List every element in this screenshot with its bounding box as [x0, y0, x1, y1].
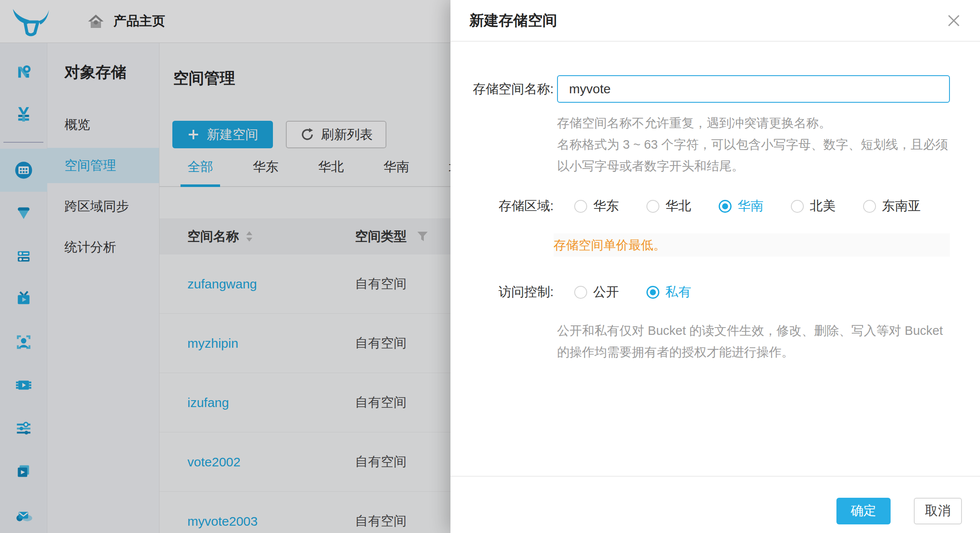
bucket-name-label: 存储空间名称:: [469, 80, 554, 98]
radio-icon: [791, 200, 804, 213]
app-window: 产品主页: [0, 0, 980, 533]
drawer-header: 新建存储空间: [450, 0, 980, 42]
access-option-public[interactable]: 公开: [574, 283, 619, 301]
region-label: 存储区域:: [469, 197, 554, 215]
radio-icon: [646, 200, 659, 213]
create-bucket-drawer: 新建存储空间 存储空间名称: 存储空间名称不允许重复，遇到冲突请更换名称。 名称…: [450, 0, 980, 533]
region-option-beimei[interactable]: 北美: [791, 197, 836, 215]
close-button[interactable]: [944, 11, 964, 31]
region-price-note: 存储空间单价最低。: [554, 233, 950, 257]
confirm-button[interactable]: 确定: [836, 498, 891, 524]
drawer-footer: 确定 取消: [450, 476, 980, 533]
region-option-huanan[interactable]: 华南: [719, 197, 763, 215]
radio-selected-icon: [719, 200, 732, 213]
radio-selected-icon: [646, 286, 659, 299]
drawer-body: 存储空间名称: 存储空间名称不允许重复，遇到冲突请更换名称。 名称格式为 3 ~…: [450, 75, 980, 363]
drawer-title: 新建存储空间: [469, 11, 557, 31]
radio-icon: [574, 286, 587, 299]
access-control-help: 公开和私有仅对 Bucket 的读文件生效，修改、删除、写入等对 Bucket …: [557, 320, 957, 363]
region-option-dongnanya[interactable]: 东南亚: [863, 197, 921, 215]
radio-icon: [863, 200, 876, 213]
bucket-name-input[interactable]: [557, 75, 950, 103]
region-option-huadong[interactable]: 华东: [574, 197, 619, 215]
region-option-huabei[interactable]: 华北: [646, 197, 691, 215]
close-icon: [946, 13, 961, 28]
access-control-label: 访问控制:: [469, 283, 554, 301]
radio-icon: [574, 200, 587, 213]
cancel-button[interactable]: 取消: [914, 498, 962, 524]
access-option-private[interactable]: 私有: [646, 283, 691, 301]
bucket-name-help: 存储空间名称不允许重复，遇到冲突请更换名称。 名称格式为 3 ~ 63 个字符，…: [557, 112, 952, 177]
